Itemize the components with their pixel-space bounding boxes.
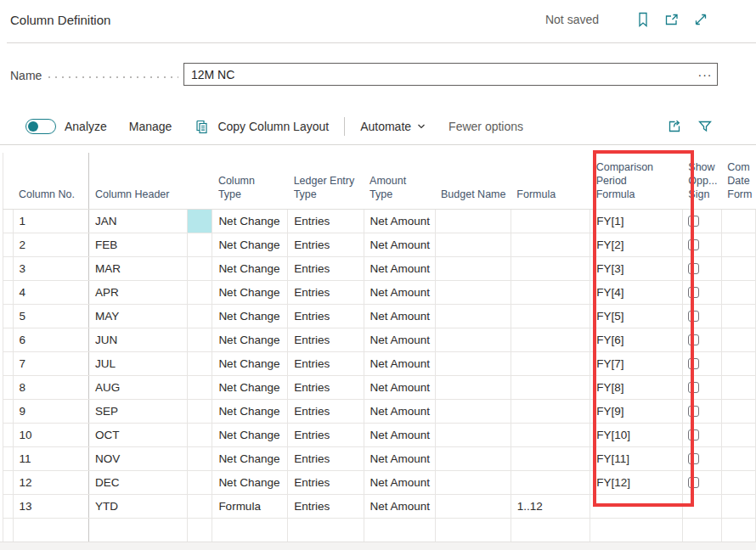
cell-amount[interactable]: Net Amount xyxy=(364,328,435,351)
cell-sel[interactable] xyxy=(3,375,14,399)
cell-budget[interactable] xyxy=(435,446,511,470)
cell-ledger[interactable]: Entries xyxy=(288,256,364,280)
cell-amount[interactable]: Net Amount xyxy=(364,470,435,494)
cell-ledger[interactable]: Entries xyxy=(288,304,364,328)
cell-budget[interactable] xyxy=(435,209,511,233)
cell-budget[interactable] xyxy=(435,470,511,494)
cell-header[interactable]: SEP xyxy=(88,399,187,423)
cell-sel[interactable] xyxy=(3,328,14,351)
cell-type[interactable]: Net Change xyxy=(212,423,288,446)
cell-header[interactable]: MAY xyxy=(88,304,187,328)
cell-sel[interactable] xyxy=(3,256,14,280)
cell-type[interactable]: Formula xyxy=(212,494,288,518)
cell-no[interactable]: 2 xyxy=(13,233,88,256)
cell-comparison[interactable]: FY[5] xyxy=(590,304,683,328)
manage-button[interactable]: Manage xyxy=(129,120,172,133)
cell-budget[interactable] xyxy=(435,233,511,256)
fewer-options-button[interactable]: Fewer options xyxy=(449,120,523,133)
bookmark-icon[interactable] xyxy=(635,11,652,28)
cell-comparison[interactable]: FY[4] xyxy=(590,280,683,304)
cell-header[interactable]: NOV xyxy=(88,446,187,470)
cell-com_date[interactable] xyxy=(721,351,755,375)
cell-comparison[interactable]: FY[6] xyxy=(590,328,683,351)
cell-header[interactable]: JUL xyxy=(88,351,187,375)
column-header-budget[interactable]: Budget Name xyxy=(435,153,511,209)
cell-formula[interactable] xyxy=(511,399,590,423)
cell-show_opp[interactable] xyxy=(682,304,721,328)
cell-type[interactable]: Net Change xyxy=(212,446,288,470)
cell-sel[interactable] xyxy=(3,423,14,446)
cell-formula[interactable] xyxy=(511,446,590,470)
cell-com_date[interactable] xyxy=(721,399,755,423)
cell-ledger[interactable]: Entries xyxy=(288,446,364,470)
cell-budget[interactable] xyxy=(435,280,511,304)
cell-mini[interactable] xyxy=(188,304,212,328)
cell-formula[interactable] xyxy=(511,233,590,256)
cell-formula[interactable] xyxy=(511,328,590,351)
automate-menu[interactable]: Automate xyxy=(360,120,411,133)
cell-show_opp[interactable] xyxy=(682,328,721,351)
cell-formula[interactable] xyxy=(511,304,590,328)
cell-ledger[interactable]: Entries xyxy=(288,494,364,518)
cell-amount[interactable]: Net Amount xyxy=(364,304,435,328)
show-opposite-sign-checkbox[interactable] xyxy=(688,216,699,227)
cell-no[interactable]: 3 xyxy=(13,256,88,280)
cell-comparison[interactable]: FY[12] xyxy=(590,470,683,494)
cell-sel[interactable] xyxy=(3,399,14,423)
cell-com_date[interactable] xyxy=(721,209,755,233)
cell-show_opp[interactable] xyxy=(682,518,721,542)
analyze-toggle[interactable] xyxy=(25,119,56,134)
cell-amount[interactable]: Net Amount xyxy=(364,399,435,423)
cell-budget[interactable] xyxy=(435,351,511,375)
cell-show_opp[interactable] xyxy=(682,399,721,423)
cell-ledger[interactable]: Entries xyxy=(288,375,364,399)
cell-com_date[interactable] xyxy=(721,446,755,470)
cell-formula[interactable] xyxy=(511,280,590,304)
cell-no[interactable]: 8 xyxy=(13,375,88,399)
cell-mini[interactable] xyxy=(188,494,212,518)
cell-amount[interactable]: Net Amount xyxy=(364,351,435,375)
cell-sel[interactable] xyxy=(3,518,14,542)
cell-mini[interactable] xyxy=(188,328,212,351)
cell-sel[interactable] xyxy=(3,494,14,518)
cell-mini[interactable] xyxy=(188,518,212,542)
cell-sel[interactable] xyxy=(3,233,14,256)
cell-formula[interactable]: 1..12 xyxy=(511,494,590,518)
cell-header[interactable]: OCT xyxy=(88,423,187,446)
expand-icon[interactable] xyxy=(692,11,709,28)
cell-com_date[interactable] xyxy=(721,233,755,256)
cell-formula[interactable] xyxy=(511,518,590,542)
cell-amount[interactable]: Net Amount xyxy=(364,494,435,518)
cell-amount[interactable]: Net Amount xyxy=(364,423,435,446)
cell-show_opp[interactable] xyxy=(682,470,721,494)
share-icon[interactable] xyxy=(666,118,683,135)
cell-com_date[interactable] xyxy=(721,375,755,399)
cell-sel[interactable] xyxy=(3,351,14,375)
cell-no[interactable]: 10 xyxy=(13,423,88,446)
column-header-type[interactable]: Column Type xyxy=(212,153,288,209)
show-opposite-sign-checkbox[interactable] xyxy=(688,311,699,322)
cell-no[interactable]: 9 xyxy=(13,399,88,423)
cell-comparison[interactable]: FY[10] xyxy=(590,423,683,446)
chevron-down-icon[interactable] xyxy=(416,121,426,132)
cell-type[interactable] xyxy=(212,518,288,542)
cell-com_date[interactable] xyxy=(721,304,755,328)
cell-header[interactable]: FEB xyxy=(88,233,187,256)
cell-com_date[interactable] xyxy=(721,494,755,518)
cell-show_opp[interactable] xyxy=(682,280,721,304)
cell-type[interactable]: Net Change xyxy=(212,351,288,375)
column-header-com_date[interactable]: Com Date Form xyxy=(721,153,755,209)
cell-header[interactable]: JUN xyxy=(88,328,187,351)
cell-show_opp[interactable] xyxy=(682,351,721,375)
show-opposite-sign-checkbox[interactable] xyxy=(688,263,699,274)
show-opposite-sign-checkbox[interactable] xyxy=(688,382,699,393)
cell-mini[interactable] xyxy=(188,446,212,470)
cell-mini[interactable] xyxy=(188,399,212,423)
cell-header[interactable]: MAR xyxy=(88,256,187,280)
name-input[interactable] xyxy=(184,64,693,85)
show-opposite-sign-checkbox[interactable] xyxy=(688,287,699,298)
show-opposite-sign-checkbox[interactable] xyxy=(688,358,699,369)
cell-ledger[interactable]: Entries xyxy=(288,233,364,256)
cell-type[interactable]: Net Change xyxy=(212,304,288,328)
cell-no[interactable]: 5 xyxy=(13,304,88,328)
